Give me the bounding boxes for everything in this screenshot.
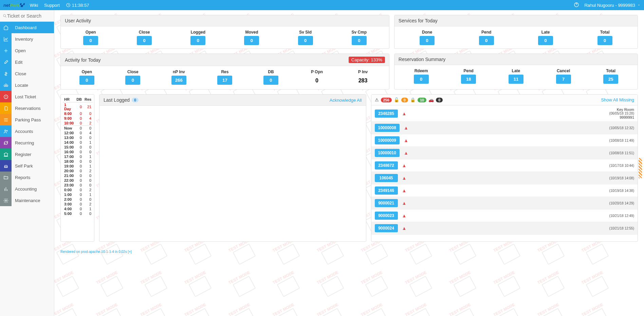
sidebar-item-recurring[interactable]: Recurring [0, 137, 54, 149]
stat-label: Total [588, 68, 633, 73]
last-logged-panel: Last Logged 0 Acknowledge All [99, 94, 366, 242]
sidebar-item-edit[interactable]: Edit [0, 56, 54, 68]
ticket-pill[interactable]: 10000009 [375, 136, 400, 144]
sidebar-item-maintenance[interactable]: Maintenance [0, 195, 54, 206]
sidebar-item-self-park[interactable]: Self Park [0, 160, 54, 172]
sidebar-item-reservations[interactable]: Reservations [0, 102, 54, 114]
unlock-chip[interactable]: 0 [401, 98, 408, 102]
stat-late: Late0 [517, 30, 574, 45]
missing-row: 2348672▲!(10/17/18 10:44) [371, 159, 638, 172]
svg-point-10 [5, 200, 6, 201]
stat-value[interactable]: 0 [190, 36, 205, 45]
sidebar-item-label: Self Park [12, 163, 33, 169]
warning-icon: ▲! [402, 225, 407, 231]
missing-row: 2349146▲!(10/19/18 14:38) [371, 184, 638, 197]
sidebar-item-lost-ticket[interactable]: Lost Ticket [0, 91, 54, 102]
warning-icon: ▲! [402, 175, 407, 181]
ticket-pill[interactable]: 106045 [375, 174, 398, 182]
sidebar-item-label: Parking Pass [12, 117, 41, 122]
hr-row: 21:0000 [63, 173, 93, 178]
sidebar-item-open[interactable]: Open [0, 45, 54, 56]
missing-timestamp: (10/21/18 12:55) [609, 226, 634, 230]
stat-value[interactable]: 0 [420, 36, 435, 45]
stat-value[interactable]: 0 [79, 76, 94, 85]
sidebar-item-label: Recurring [12, 140, 34, 145]
sidebar-item-locate[interactable]: Locate [0, 79, 54, 91]
hr-row: 14:0001 [63, 140, 93, 145]
stat-value[interactable]: 7 [556, 75, 571, 84]
sidebar-item-dashboard[interactable]: Dashboard [0, 22, 54, 33]
sidebar-item-accounting[interactable]: Accounting [0, 183, 54, 195]
stat-value[interactable]: 0 [352, 36, 367, 45]
ticket-pill[interactable]: 2346285 [375, 110, 398, 118]
search-box[interactable] [0, 10, 54, 22]
stat-logged: Logged0 [172, 30, 224, 45]
wiki-link[interactable]: Wiki [30, 3, 38, 8]
svg-point-9 [6, 167, 7, 167]
stat-value[interactable]: 0 [125, 76, 140, 85]
stat-value[interactable]: 0 [538, 36, 553, 45]
sidebar-item-accounts[interactable]: Accounts [0, 125, 54, 137]
sidebar-item-close[interactable]: Close [0, 68, 54, 79]
stat-value[interactable]: 0 [597, 36, 612, 45]
sidebar-item-inventory[interactable]: Inventory [0, 33, 54, 45]
stat-value[interactable]: 0 [83, 36, 98, 45]
ticket-pill[interactable]: 9000023 [375, 212, 398, 220]
stat-value[interactable]: 0 [298, 36, 313, 45]
clock: 11:38:57 [66, 3, 89, 8]
topbar: netPark▚▞ Wiki Support 11:38:57 Rahul Nu… [0, 0, 644, 10]
refresh-icon [0, 137, 12, 149]
ticket-pill[interactable]: 9000021 [375, 199, 398, 207]
stat-label: Close [111, 70, 155, 74]
missing-timestamp: (10/08/18 11:51) [609, 151, 634, 155]
hr-row: 9:0004 [63, 116, 93, 121]
plus-icon [0, 45, 12, 56]
stat-label: Sv Sld [280, 30, 331, 35]
car-chip[interactable]: 0 [436, 98, 443, 102]
alert-chip[interactable]: 256 [381, 98, 392, 102]
show-all-missing-link[interactable]: Show All Missing [601, 97, 634, 102]
ticket-pill[interactable]: 10000010 [375, 149, 400, 157]
acknowledge-all-link[interactable]: Acknowledge All [330, 98, 362, 103]
ticket-pill[interactable]: 9000024 [375, 224, 398, 232]
lock-chip[interactable]: 10 [418, 98, 426, 102]
hr-row: 12:0004 [63, 131, 93, 135]
stat-label: Late [493, 68, 539, 73]
hr-row: 1 Day021 [63, 102, 93, 112]
hr-header: HR [63, 97, 75, 102]
stat-value[interactable]: 266 [171, 76, 186, 85]
search-input[interactable] [7, 13, 51, 19]
stat-value[interactable]: 18 [461, 75, 476, 84]
logo[interactable]: netPark▚▞ [3, 1, 24, 9]
stat-value[interactable]: 0 [479, 36, 494, 45]
sidebar-item-parking-pass[interactable]: Parking Pass [0, 114, 54, 125]
sidebar-item-register[interactable]: Register [0, 149, 54, 160]
stat-value[interactable]: 17 [217, 76, 232, 85]
ticket-pill[interactable]: 10000008 [375, 124, 400, 132]
ticket-pill[interactable]: 2349146 [375, 186, 398, 195]
user-activity-title: User Activity [65, 18, 91, 23]
stat-value[interactable]: 25 [603, 75, 618, 84]
ticket-pill[interactable]: 2348672 [375, 161, 398, 170]
stat-label: Total [576, 30, 633, 35]
stat-value[interactable]: 0 [244, 36, 259, 45]
stat-p-inv: P Inv283 [341, 70, 385, 86]
hr-row: 23:0000 [63, 183, 93, 187]
stat-value[interactable]: 0 [263, 76, 278, 85]
stat-value[interactable]: 11 [509, 75, 523, 84]
binoc-icon [0, 79, 12, 91]
sidebar-item-reports[interactable]: Reports [0, 172, 54, 183]
sidebar-item-label: Accounts [12, 129, 33, 134]
stat-value[interactable]: 0 [414, 75, 429, 84]
stat-label: Late [517, 30, 574, 35]
support-link[interactable]: Support [44, 3, 60, 8]
missing-row: 9000023▲!(10/21/18 12:49) [371, 210, 638, 222]
hr-header: DB [75, 97, 83, 102]
user-menu[interactable]: Rahul Nugooru - 9999983 [584, 3, 641, 8]
stat-label: Logged [172, 30, 224, 35]
stat-value[interactable]: 0 [137, 36, 152, 45]
missing-row: 10000008▲!(10/05/18 12:32) [371, 122, 638, 134]
svg-point-2 [3, 14, 5, 16]
hr-row: 20:0002 [63, 169, 93, 173]
help-icon[interactable] [574, 2, 579, 8]
